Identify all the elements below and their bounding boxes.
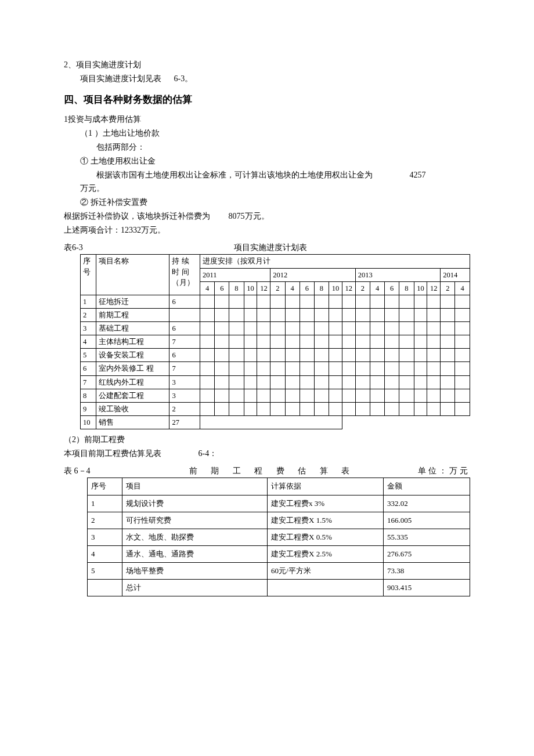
cell: 10 (329, 281, 342, 295)
cell (268, 580, 384, 596)
cell: 3 (81, 322, 96, 335)
cell: 60元/平方米 (268, 562, 384, 579)
cell: 12 (257, 281, 270, 295)
value-4257: 4257 (410, 168, 426, 182)
cell: 征地拆迁 (96, 295, 169, 308)
cell: 4 (200, 281, 215, 295)
cell: 4 (370, 281, 384, 295)
cell: 竣工验收 (96, 402, 169, 415)
th-progress: 进度安排（按双月计 (200, 255, 470, 268)
th-2011: 2011 (200, 268, 270, 281)
table-label: 表 6－4 (64, 464, 91, 478)
table-row: 4 通水、通电、通路费 建安工程费X 2.5% 276.675 (88, 545, 470, 562)
table-row: 1 征地拆迁 6 (81, 295, 470, 308)
table-row: 9 竣工验收 2 (81, 402, 470, 415)
text: 持 (172, 257, 179, 265)
cell: 8 (399, 281, 414, 295)
table-row: 10 销售 27 (81, 415, 470, 429)
cell: 2 (88, 512, 122, 529)
heading-4: 四、项目各种财务数据的估算 (64, 92, 470, 108)
cell: 3 (88, 529, 122, 545)
text: 根据该市国有土地使用权出让金标准，可计算出该地块的土地使用权出让金为 (96, 171, 373, 179)
cell: 12 (342, 281, 355, 295)
cell: 7 (169, 362, 200, 375)
cell (169, 308, 200, 321)
para-item-1: ① 土地使用权出让金 (80, 154, 470, 168)
cell: 可行性研究费 (122, 512, 268, 529)
cell: 1 (88, 495, 122, 512)
cell: 设备安装工程 (96, 349, 169, 362)
para-land-sub: 包括两部分： (96, 140, 470, 154)
para-2-body: 项目实施进度计划见表 6-3。 (80, 72, 470, 86)
para-2: 2、项目实施进度计划 (64, 58, 470, 72)
cell: 27 (169, 415, 200, 429)
th-2013: 2013 (355, 268, 440, 281)
cell: 通水、通电、通路费 (122, 545, 268, 562)
cell: 6 (169, 322, 200, 335)
th-basis: 计算依据 (268, 478, 384, 495)
table-row: 总计 903.415 (88, 580, 470, 596)
para-2-cost: （2）前期工程费 (64, 433, 470, 447)
table-row: 3 水文、地质、勘探费 建安工程费X 0.5% 55.335 (88, 529, 470, 545)
cell: 10 (414, 281, 427, 295)
cell: 公建配套工程 (96, 389, 169, 402)
cell: 8 (81, 389, 96, 402)
table-row: 8 公建配套工程 3 (81, 389, 470, 402)
cell: 6 (169, 295, 200, 308)
para-land: （1 ）土地出让地价款 (80, 126, 470, 140)
cell: 建安工程费X 1.5% (268, 512, 384, 529)
cell: 10 (244, 281, 257, 295)
table-row: 7 红线内外工程 3 (81, 375, 470, 389)
text: 6-3。 (174, 74, 193, 83)
table-row: 2 前期工程 (81, 308, 470, 321)
th-dur: 持 续 时 间（月） (169, 255, 200, 295)
cell: 2 (441, 281, 455, 295)
table-row: 3 基础工程 6 (81, 322, 470, 335)
th-item: 项目 (122, 478, 268, 495)
cell: 建安工程费x 3% (268, 495, 384, 512)
cell: 6 (215, 281, 229, 295)
cell: 8 (314, 281, 329, 295)
para-item-1-unit: 万元。 (80, 182, 470, 196)
cell: 前期工程 (96, 308, 169, 321)
table-6-4: 序号 项目 计算依据 金额 1 规划设计费 建安工程费x 3% 332.02 2… (87, 478, 470, 596)
para-sum: 上述两项合计：12332万元。 (64, 223, 470, 237)
cell: 水文、地质、勘探费 (122, 529, 268, 545)
table-6-3: 序号 项目名称 持 续 时 间（月） 进度安排（按双月计 2011 2012 2… (80, 254, 470, 429)
cell: 6 (81, 362, 96, 375)
table-row: 2 可行性研究费 建安工程费X 1.5% 166.005 (88, 512, 470, 529)
cell: 12 (427, 281, 441, 295)
cell: 5 (88, 562, 122, 579)
cell: 1 (81, 295, 96, 308)
table-row: 6 室内外装修工 程 7 (81, 362, 470, 375)
para-item-2-body: 根据拆迁补偿协议，该地块拆迁补偿费为 8075万元。 (64, 209, 470, 223)
cell: 2 (169, 402, 200, 415)
th-name: 项目名称 (96, 255, 169, 295)
th-2014: 2014 (441, 268, 470, 281)
cell: 3 (169, 375, 200, 389)
cell: 基础工程 (96, 322, 169, 335)
cell (88, 580, 122, 596)
table-label: 表6-3 (64, 241, 83, 255)
text: 时 间（月） (172, 268, 194, 287)
cell: 9 (81, 402, 96, 415)
table-row: 5 设备安装工程 6 (81, 349, 470, 362)
cell: 8 (229, 281, 244, 295)
cell: 4 (285, 281, 300, 295)
table-row: 5 场地平整费 60元/平方米 73.38 (88, 562, 470, 579)
cell: 4 (81, 335, 96, 349)
cell: 销售 (96, 415, 169, 429)
cell: 2 (355, 281, 370, 295)
table-6-3-caption: 表6-3 项目实施进度计划表 (64, 241, 470, 255)
th-amt: 金额 (384, 478, 470, 495)
table-unit: 单位：万元 (418, 464, 470, 478)
cell: 73.38 (384, 562, 470, 579)
table-6-4-caption: 表 6－4 前 期 工 程 费 估 算 表 单位：万元 (64, 464, 470, 478)
cell: 2 (81, 308, 96, 321)
cell: 4 (88, 545, 122, 562)
cell: 6 (300, 281, 314, 295)
table-row: 4 主体结构工程 7 (81, 335, 470, 349)
para-2-body: 本项目前期工程费估算见表 6-4： (64, 447, 470, 461)
cell: 6 (169, 349, 200, 362)
para-item-2: ② 拆迁补偿安置费 (80, 196, 470, 209)
